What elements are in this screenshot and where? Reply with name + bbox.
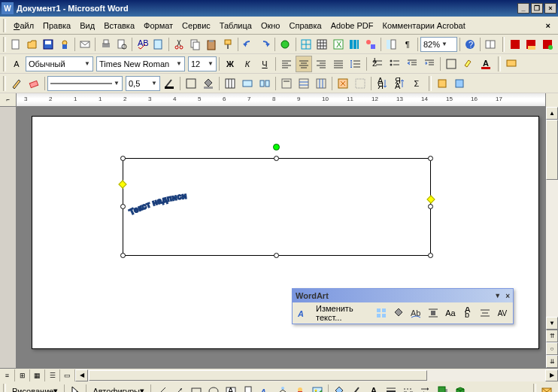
- alignment-button[interactable]: [477, 305, 493, 321]
- pdf-email-button[interactable]: [523, 36, 539, 53]
- show-marks-button[interactable]: ¶: [400, 36, 416, 53]
- insert-table-button[interactable]: [314, 36, 330, 53]
- vertical-ruler[interactable]: ⌐: [0, 93, 17, 368]
- menu-edit[interactable]: Правка: [38, 19, 75, 32]
- gripper[interactable]: [502, 37, 505, 52]
- email-button[interactable]: [77, 36, 93, 53]
- arrow-button[interactable]: [171, 383, 187, 393]
- styles-pane-button[interactable]: A: [8, 56, 25, 72]
- outline-view-button[interactable]: ☰: [45, 369, 60, 381]
- menu-service[interactable]: Сервис: [177, 19, 215, 32]
- same-height-button[interactable]: Aa: [442, 305, 459, 321]
- gripper[interactable]: [3, 384, 6, 393]
- permission-button[interactable]: [56, 36, 72, 53]
- shading-color-button[interactable]: [200, 75, 217, 92]
- highlight-button[interactable]: [460, 56, 477, 72]
- wordart-toolbar-close[interactable]: ×: [505, 292, 510, 300]
- shadow-button[interactable]: [435, 383, 451, 393]
- resize-handle-w[interactable]: [120, 204, 126, 209]
- distribute-rows-button[interactable]: [296, 75, 312, 92]
- autoshapes-button[interactable]: Автофигуры ▾: [89, 383, 148, 393]
- resize-handle-ne[interactable]: [428, 156, 433, 161]
- resize-handle-sw[interactable]: [120, 253, 126, 258]
- align-center-button[interactable]: [296, 56, 312, 72]
- italic-button[interactable]: К: [239, 56, 256, 72]
- align-justify-button[interactable]: [330, 56, 347, 72]
- close-button[interactable]: ×: [544, 3, 556, 14]
- resize-handle-n[interactable]: [274, 156, 279, 161]
- drawing-menu-button[interactable]: Рисование ▾: [8, 383, 62, 393]
- wordart-shape-button[interactable]: Ab: [408, 305, 424, 321]
- scroll-down-button[interactable]: ▼: [546, 317, 558, 330]
- outside-border-button[interactable]: [183, 75, 199, 92]
- pdf-convert-button[interactable]: [507, 36, 523, 53]
- research-button[interactable]: [151, 36, 167, 53]
- horizontal-scrollbar[interactable]: ◀ ▶: [75, 369, 558, 381]
- resize-handle-s[interactable]: [274, 253, 279, 258]
- wordart-toolbar-title[interactable]: WordArt ▼ ×: [293, 289, 513, 302]
- split-cells-button[interactable]: [256, 75, 273, 92]
- edit-text-button[interactable]: Изменить текст...: [312, 305, 372, 321]
- textbox-button[interactable]: A: [223, 383, 239, 393]
- excel-button[interactable]: X: [331, 36, 347, 53]
- line-style-combo[interactable]: ▼: [47, 76, 123, 91]
- border-color-button[interactable]: [161, 75, 177, 92]
- print-view-button[interactable]: ▦: [30, 369, 45, 381]
- columns-button[interactable]: [347, 36, 362, 53]
- scroll-thumb[interactable]: [546, 120, 558, 180]
- reading-view-button[interactable]: ▭: [60, 369, 75, 381]
- style-combo[interactable]: Обычный▼: [26, 56, 93, 71]
- browse-object-button[interactable]: ○: [546, 342, 558, 355]
- open-button[interactable]: [24, 36, 40, 53]
- rotation-handle[interactable]: [273, 144, 280, 150]
- line-weight-combo[interactable]: 0,5▼: [126, 76, 160, 91]
- doc-map-button[interactable]: [384, 36, 399, 53]
- menu-view[interactable]: Вид: [75, 19, 99, 32]
- gripper[interactable]: [3, 19, 6, 32]
- format-wordart-button[interactable]: [390, 305, 407, 321]
- horizontal-ruler[interactable]: 3211234567891011121314151617: [17, 93, 545, 107]
- line-style-button[interactable]: [383, 383, 399, 393]
- acrobat-show-button[interactable]: [451, 75, 468, 92]
- insert-table-btn2[interactable]: [222, 75, 238, 92]
- gripper[interactable]: [3, 76, 6, 91]
- document-area[interactable]: Текст надписи WordArt ▼ × A Изменить тек…: [17, 107, 545, 368]
- vertical-text-button[interactable]: Ab: [459, 305, 476, 321]
- insert-picture-button[interactable]: [309, 383, 326, 393]
- close-document-button[interactable]: ×: [541, 20, 555, 32]
- new-button[interactable]: [8, 36, 24, 53]
- gripper[interactable]: [3, 37, 6, 52]
- menu-insert[interactable]: Вставка: [99, 19, 139, 32]
- tab-selector[interactable]: ⌐: [0, 93, 16, 107]
- insert-wordart-button[interactable]: A: [295, 305, 311, 321]
- line-spacing-button[interactable]: [347, 56, 364, 72]
- drawing-toolbar-button[interactable]: [363, 36, 379, 53]
- hide-gridlines-button[interactable]: [352, 75, 368, 92]
- font-color-button-2[interactable]: A: [365, 383, 382, 393]
- align-cell-button[interactable]: [278, 75, 295, 92]
- pdf-review-button[interactable]: [539, 36, 555, 53]
- resize-handle-nw[interactable]: [120, 156, 126, 161]
- undo-button[interactable]: [241, 36, 256, 53]
- toolbar-options-arrow[interactable]: ▼: [494, 292, 501, 299]
- menu-file[interactable]: Файл: [9, 19, 38, 32]
- resize-handle-se[interactable]: [428, 253, 433, 258]
- draw-table-button[interactable]: [8, 75, 25, 92]
- eraser-button[interactable]: [26, 75, 42, 92]
- cut-button[interactable]: [171, 36, 187, 53]
- gripper[interactable]: [498, 56, 501, 71]
- help-button[interactable]: ?: [462, 36, 478, 53]
- numbering-button[interactable]: 12: [369, 56, 386, 72]
- diagram-button[interactable]: [274, 383, 291, 393]
- arrow-style-button[interactable]: [417, 383, 434, 393]
- paste-button[interactable]: [204, 36, 220, 53]
- print-preview-button[interactable]: [114, 36, 130, 53]
- clipart-button[interactable]: [292, 383, 308, 393]
- font-color-button[interactable]: A: [478, 56, 494, 72]
- sort-desc-button[interactable]: ЯА: [391, 75, 408, 92]
- borders-button[interactable]: [443, 56, 459, 72]
- menu-window[interactable]: Окно: [256, 19, 285, 32]
- font-size-combo[interactable]: 12▼: [188, 56, 217, 71]
- minimize-button[interactable]: _: [517, 3, 529, 14]
- fill-color-button[interactable]: [331, 383, 347, 393]
